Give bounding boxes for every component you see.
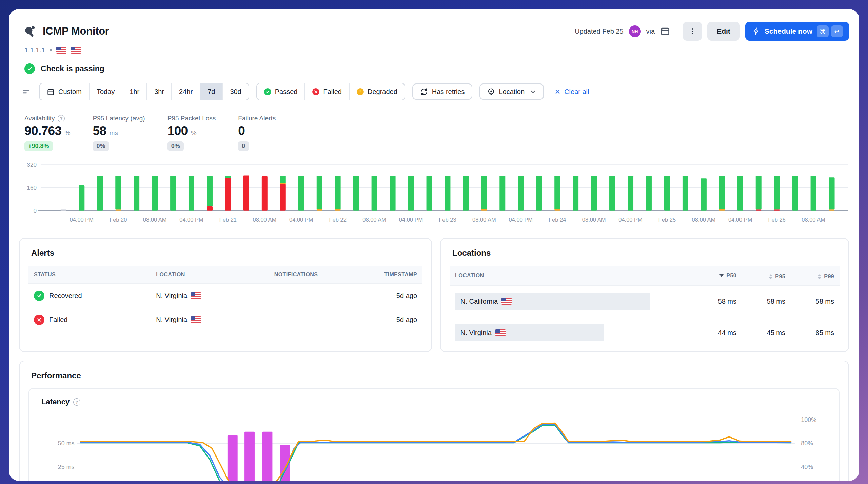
- svg-text:08:00 AM: 08:00 AM: [802, 217, 825, 223]
- alert-status-cell: Failed: [28, 308, 151, 332]
- us-flag-icon: [501, 298, 512, 305]
- kpi-stats-row: Availability?90.763%+90.8%P95 Latency (a…: [24, 115, 849, 151]
- time-range-label: Custom: [58, 88, 82, 96]
- sort-icon[interactable]: [769, 274, 772, 279]
- stat-unit: %: [191, 129, 197, 137]
- schedule-now-button[interactable]: Schedule now ⌘ ↵: [745, 22, 849, 41]
- status-filter-label: Failed: [323, 88, 341, 96]
- svg-text:04:00 PM: 04:00 PM: [618, 217, 643, 223]
- svg-text:Feb 26: Feb 26: [768, 217, 785, 223]
- stat-value-row: 0: [238, 124, 276, 138]
- clear-all-label: Clear all: [564, 88, 589, 96]
- check-results-svg: 320160004:00 PMFeb 2008:00 AM04:00 PMFeb…: [19, 160, 849, 224]
- locations-column-header[interactable]: Location: [450, 266, 693, 286]
- svg-text:Feb 20: Feb 20: [110, 217, 127, 223]
- svg-text:Feb 24: Feb 24: [549, 217, 566, 223]
- status-filter-label: Degraded: [368, 88, 397, 96]
- alert-status-cell: Recovered: [28, 284, 151, 308]
- stat-badge-wrap: 0: [238, 138, 276, 151]
- filter-icon[interactable]: [22, 87, 32, 97]
- help-icon[interactable]: ?: [73, 398, 80, 406]
- edit-button[interactable]: Edit: [707, 22, 740, 41]
- time-range-24hr[interactable]: 24hr: [171, 83, 200, 100]
- svg-text:80%: 80%: [801, 440, 813, 447]
- alert-location-cell: N. Virginia: [151, 308, 269, 332]
- locations-title: Locations: [452, 248, 840, 258]
- p99-cell: 85 ms: [791, 317, 840, 348]
- table-row[interactable]: RecoveredN. Virginia-5d ago: [28, 284, 422, 308]
- status-filter-passed[interactable]: Passed: [257, 83, 305, 100]
- alert-notifications-cell: -: [269, 308, 368, 332]
- alerts-title: Alerts: [31, 248, 422, 258]
- time-range-label: 1hr: [130, 88, 139, 96]
- location-dropdown[interactable]: Location: [479, 83, 544, 100]
- svg-text:04:00 PM: 04:00 PM: [399, 217, 423, 223]
- header: ICMP Monitor Updated Feb 25 NH via Edit …: [19, 22, 849, 41]
- alert-timestamp-cell: 5d ago: [367, 308, 422, 332]
- alert-location: N. Virginia: [156, 292, 263, 300]
- time-range-label: 3hr: [154, 88, 164, 96]
- lightning-icon: [752, 27, 760, 35]
- sort-desc-icon[interactable]: [719, 274, 724, 277]
- alerts-column-header[interactable]: Timestamp: [367, 266, 422, 284]
- svg-text:50 ms: 50 ms: [58, 440, 75, 447]
- avatar[interactable]: NH: [629, 25, 641, 37]
- alert-status-text: Recovered: [49, 292, 82, 300]
- us-flag-icon: [495, 329, 506, 336]
- time-range-custom[interactable]: Custom: [40, 83, 89, 100]
- sort-icon[interactable]: [818, 274, 821, 279]
- stat-value-row: 90.763%: [24, 124, 70, 138]
- sort-up-arrow: [818, 274, 821, 276]
- stat-failure-alerts: Failure Alerts00: [238, 115, 276, 151]
- svg-text:08:00 AM: 08:00 AM: [692, 217, 716, 223]
- stat-label-text: P95 Packet Loss: [167, 115, 216, 122]
- table-row[interactable]: N. California58 ms58 ms58 ms: [450, 286, 840, 317]
- has-retries-label: Has retries: [432, 88, 465, 96]
- alerts-column-header[interactable]: Notifications: [269, 266, 368, 284]
- updated-text: Updated Feb 25: [575, 27, 623, 35]
- retry-icon: [420, 88, 428, 96]
- stat-label: Availability?: [24, 115, 70, 122]
- check-circle-icon: [24, 63, 35, 74]
- stat-value: 58: [93, 124, 106, 138]
- stat-badge: 0%: [167, 141, 184, 151]
- time-range-today[interactable]: Today: [89, 83, 122, 100]
- help-icon[interactable]: ?: [58, 115, 65, 122]
- time-range-3hr[interactable]: 3hr: [146, 83, 171, 100]
- locations-column-header[interactable]: P50: [693, 266, 742, 286]
- table-row[interactable]: N. Virginia44 ms45 ms85 ms: [450, 317, 840, 348]
- ping-monitor-icon: [24, 25, 36, 37]
- locations-column-header[interactable]: P99: [791, 266, 840, 286]
- latency-title: Latency: [41, 397, 70, 406]
- time-range-label: 24hr: [179, 88, 193, 96]
- time-range-segmented-control: CustomToday1hr3hr24hr7d30d: [39, 83, 249, 100]
- alerts-column-header[interactable]: Location: [151, 266, 269, 284]
- locations-column-header[interactable]: P95: [742, 266, 791, 286]
- time-range-1hr[interactable]: 1hr: [122, 83, 146, 100]
- stat-badge: 0: [238, 141, 249, 151]
- stat-label: Failure Alerts: [238, 115, 276, 122]
- svg-text:04:00 PM: 04:00 PM: [70, 217, 94, 223]
- table-row[interactable]: FailedN. Virginia-5d ago: [28, 308, 422, 332]
- p50-cell: 44 ms: [693, 317, 742, 348]
- us-flag-icon: [71, 47, 81, 54]
- column-label: P50: [726, 273, 736, 279]
- time-range-label: 7d: [208, 88, 215, 96]
- status-filter-degraded[interactable]: !Degraded: [349, 83, 405, 100]
- sort-down-arrow: [818, 277, 821, 279]
- status-filter-segmented-control: PassedFailed!Degraded: [256, 83, 405, 100]
- alert-location-text: N. Virginia: [156, 292, 187, 300]
- has-retries-button[interactable]: Has retries: [412, 83, 472, 100]
- time-range-7d[interactable]: 7d: [200, 83, 222, 100]
- alerts-column-header[interactable]: Status: [28, 266, 151, 284]
- latency-svg: 100%50 ms80%25 ms40%00%Feb 2012:00 PMFeb…: [39, 412, 829, 481]
- page-title: ICMP Monitor: [43, 25, 109, 37]
- more-actions-button[interactable]: [683, 22, 702, 41]
- svg-text:Feb 23: Feb 23: [439, 217, 456, 223]
- clear-all-button[interactable]: Clear all: [552, 88, 591, 96]
- time-range-30d[interactable]: 30d: [222, 83, 248, 100]
- check-status-text: Check is passing: [41, 64, 104, 73]
- svg-text:0: 0: [33, 208, 36, 214]
- status-filter-failed[interactable]: Failed: [304, 83, 349, 100]
- sort-header: P95: [747, 274, 785, 280]
